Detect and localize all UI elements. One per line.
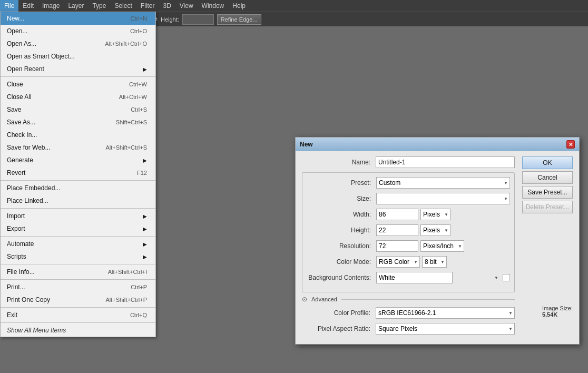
- background-checkbox[interactable]: [503, 274, 510, 281]
- resolution-row: Resolution: Pixels/Inch: [302, 240, 510, 252]
- menu-item-open-smart[interactable]: Open as Smart Object...: [1, 50, 155, 63]
- dialog-close-button[interactable]: ✕: [566, 140, 575, 149]
- menubar-layer[interactable]: Layer: [64, 0, 88, 12]
- file-dropdown-menu: New... Ctrl+N Open... Ctrl+O Open As... …: [0, 12, 156, 337]
- menubar-edit[interactable]: Edit: [18, 0, 38, 12]
- separator-5: [1, 264, 155, 264]
- automate-arrow: ▶: [143, 241, 147, 247]
- color-mode-select[interactable]: RGB Color: [376, 256, 420, 268]
- menu-item-new[interactable]: New... Ctrl+N: [1, 12, 155, 25]
- menu-item-open[interactable]: Open... Ctrl+O: [1, 25, 155, 37]
- menu-item-close[interactable]: Close Ctrl+W: [1, 78, 155, 91]
- advanced-header: ⊙ Advanced: [302, 296, 515, 303]
- height-label-dlg: Height:: [302, 227, 376, 234]
- menu-item-print-one[interactable]: Print One Copy Alt+Shift+Ctrl+P: [1, 293, 155, 306]
- menu-item-close-all[interactable]: Close All Alt+Ctrl+W: [1, 91, 155, 103]
- menubar-filter[interactable]: Filter: [136, 0, 159, 12]
- delete-preset-button[interactable]: Delete Preset...: [522, 201, 573, 213]
- color-mode-select-wrapper: RGB Color: [376, 256, 420, 268]
- name-row: Name:: [302, 156, 515, 168]
- separator-8: [1, 322, 155, 323]
- menu-item-scripts[interactable]: Scripts ▶: [1, 250, 155, 263]
- name-input[interactable]: [376, 156, 515, 168]
- menubar-window[interactable]: Window: [198, 0, 229, 12]
- image-size-label: Image Size:: [542, 305, 573, 311]
- color-profile-select[interactable]: sRGB IEC61966-2.1: [376, 307, 515, 319]
- height-input[interactable]: [182, 14, 214, 25]
- menu-item-open-as[interactable]: Open As... Alt+Shift+Ctrl+O: [1, 37, 155, 50]
- separator-4: [1, 236, 155, 237]
- menu-item-import[interactable]: Import ▶: [1, 210, 155, 222]
- menu-item-file-info[interactable]: File Info... Alt+Shift+Ctrl+I: [1, 266, 155, 278]
- submenu-arrow: ▶: [143, 66, 147, 72]
- height-row: Height: Pixels: [302, 224, 510, 236]
- menubar-type[interactable]: Type: [88, 0, 110, 12]
- pixel-ratio-label: Pixel Aspect Ratio:: [302, 325, 376, 332]
- preset-select[interactable]: Custom: [376, 177, 510, 189]
- height-label: Height:: [161, 16, 179, 23]
- show-all-menu-items[interactable]: Show All Menu Items: [1, 324, 155, 337]
- size-label: Size:: [302, 195, 376, 202]
- separator-2: [1, 180, 155, 181]
- menu-item-print[interactable]: Print... Ctrl+P: [1, 281, 155, 293]
- menu-item-exit[interactable]: Exit Ctrl+Q: [1, 309, 155, 321]
- width-row: Width: Pixels: [302, 209, 510, 220]
- advanced-divider: [341, 299, 515, 300]
- width-unit-select[interactable]: Pixels: [420, 209, 450, 220]
- menu-item-open-recent[interactable]: Open Recent ▶: [1, 63, 155, 75]
- menu-item-place-linked[interactable]: Place Linked...: [1, 194, 155, 207]
- width-value-input[interactable]: [376, 209, 418, 220]
- menu-item-place-embedded[interactable]: Place Embedded...: [1, 182, 155, 194]
- menu-item-save[interactable]: Save Ctrl+S: [1, 103, 155, 116]
- new-document-dialog: New ✕ OK Cancel Save Preset... Delete Pr…: [295, 137, 580, 345]
- menu-item-revert[interactable]: Revert F12: [1, 166, 155, 179]
- resolution-unit-select[interactable]: Pixels/Inch: [420, 240, 464, 252]
- menubar-3d[interactable]: 3D: [159, 0, 175, 12]
- pixel-ratio-row: Pixel Aspect Ratio: Square Pixels: [302, 323, 515, 335]
- size-select[interactable]: [376, 193, 510, 204]
- width-label-dlg: Width:: [302, 211, 376, 218]
- menubar-help[interactable]: Help: [228, 0, 250, 12]
- menu-item-generate[interactable]: Generate ▶: [1, 154, 155, 166]
- ok-button[interactable]: OK: [522, 156, 573, 169]
- menu-item-check-in[interactable]: Check In...: [1, 129, 155, 141]
- menu-item-save-as[interactable]: Save As... Shift+Ctrl+S: [1, 116, 155, 129]
- background-select-wrapper: White: [376, 272, 501, 283]
- color-profile-label: Color Profile:: [302, 309, 376, 317]
- height-unit-select[interactable]: Pixels: [420, 224, 450, 236]
- menu-item-export[interactable]: Export ▶: [1, 222, 155, 235]
- menubar-view[interactable]: View: [175, 0, 198, 12]
- size-row: Size:: [302, 193, 510, 204]
- color-bits-select[interactable]: 8 bit: [422, 256, 447, 268]
- pixel-ratio-select[interactable]: Square Pixels: [376, 323, 515, 335]
- menubar: File Edit Image Layer Type Select Filter…: [0, 0, 588, 12]
- color-profile-row: Color Profile: sRGB IEC61966-2.1: [302, 307, 515, 319]
- dialog-title: New: [300, 141, 313, 148]
- menu-item-automate[interactable]: Automate ▶: [1, 238, 155, 250]
- menu-item-save-web[interactable]: Save for Web... Alt+Shift+Ctrl+S: [1, 141, 155, 154]
- resolution-label: Resolution:: [302, 242, 376, 250]
- name-label: Name:: [302, 159, 376, 166]
- separator-6: [1, 279, 155, 280]
- menubar-select[interactable]: Select: [110, 0, 136, 12]
- generate-arrow: ▶: [143, 158, 147, 163]
- separator-7: [1, 307, 155, 308]
- scripts-arrow: ▶: [143, 254, 147, 260]
- cancel-button[interactable]: Cancel: [522, 171, 573, 184]
- color-mode-label: Color Mode:: [302, 258, 376, 266]
- width-unit-wrapper: Pixels: [420, 209, 450, 220]
- advanced-collapse-icon[interactable]: ⊙: [302, 296, 307, 303]
- preset-select-wrapper: Custom: [376, 177, 510, 189]
- color-mode-row: Color Mode: RGB Color 8 bit: [302, 256, 510, 268]
- pixel-ratio-wrapper: Square Pixels: [376, 323, 515, 335]
- refine-edge-button[interactable]: Refine Edge...: [217, 14, 261, 25]
- color-profile-wrapper: sRGB IEC61966-2.1: [376, 307, 515, 319]
- background-label: Background Contents:: [302, 274, 376, 281]
- background-select[interactable]: White: [376, 272, 453, 283]
- menubar-file[interactable]: File: [0, 0, 18, 12]
- menubar-image[interactable]: Image: [38, 0, 64, 12]
- height-value-input[interactable]: [376, 224, 418, 236]
- save-preset-button[interactable]: Save Preset...: [522, 186, 573, 199]
- background-row: Background Contents: White: [302, 272, 510, 283]
- resolution-input[interactable]: [376, 240, 418, 252]
